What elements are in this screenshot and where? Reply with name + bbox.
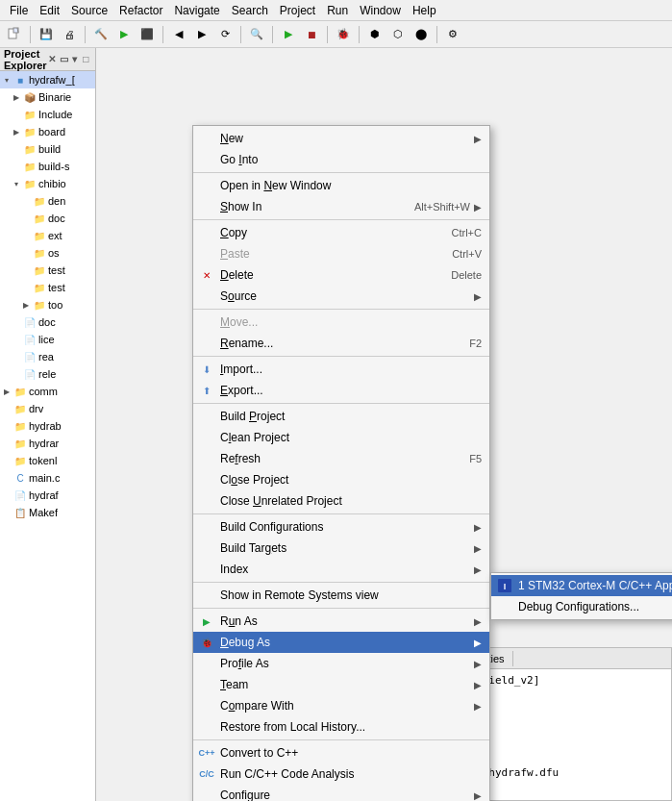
menu-window[interactable]: Window (354, 2, 407, 19)
cm-new[interactable]: New ▶ (193, 128, 489, 149)
cm-move[interactable]: Move... (193, 312, 489, 333)
tree-item-os[interactable]: ▶ 📁 os (0, 244, 95, 262)
cm-source-label: Source (220, 289, 470, 303)
tree-item-test1[interactable]: ▶ 📁 test (0, 262, 95, 279)
tree-item-den[interactable]: ▶ 📁 den (0, 192, 95, 210)
menu-search[interactable]: Search (226, 2, 274, 19)
toolbar-misc1[interactable]: ⬢ (364, 24, 386, 45)
cm-build-targets[interactable]: Build Targets ▶ (193, 538, 489, 559)
toolbar-misc3[interactable]: ⬤ (411, 24, 432, 45)
cm-close-project[interactable]: Close Project (193, 469, 489, 490)
tree-item-rea[interactable]: ▶ 📄 rea (0, 348, 95, 365)
tree-item-too[interactable]: ▶ 📁 too (0, 296, 95, 313)
tree-item-comm[interactable]: ▶ 📁 comm (0, 383, 95, 400)
cm-configure-arrow: ▶ (474, 790, 482, 801)
toolbar-print[interactable]: 🖨 (59, 24, 80, 45)
tree-item-builds[interactable]: ▶ 📁 build-s (0, 158, 95, 175)
tree-item-hydrar[interactable]: ▶ 📁 hydrar (0, 435, 95, 452)
toolbar-save[interactable]: 💾 (36, 24, 57, 45)
toolbar-debug[interactable]: 🐞 (333, 24, 354, 45)
tree-item-doc[interactable]: ▶ 📁 doc (0, 210, 95, 227)
tree-item-hydraf[interactable]: ▶ 📄 hydraf (0, 487, 95, 504)
tree-item-chibio[interactable]: ▾ 📁 chibio (0, 175, 95, 192)
tree-item-includes[interactable]: ▶ 📁 Include (0, 106, 95, 123)
tree-item-drv[interactable]: ▶ 📁 drv (0, 400, 95, 417)
tree-item-main[interactable]: ▶ C main.c (0, 469, 95, 487)
menu-source[interactable]: Source (65, 2, 113, 19)
toolbar-debug-run[interactable]: ▶ (278, 24, 299, 45)
toolbar-forward[interactable]: ▶ (191, 24, 212, 45)
cm-close-unrelated[interactable]: Close Unrelated Project (193, 490, 489, 512)
folder-icon: 📁 (33, 246, 46, 260)
pe-menu-btn[interactable]: ▾ (69, 52, 81, 67)
tree-item-makef[interactable]: ▶ 📋 Makef (0, 504, 95, 521)
cm-sep-3 (193, 309, 489, 310)
tree-item-test2[interactable]: ▶ 📁 test (0, 279, 95, 296)
cm-copy-label: Copy (220, 226, 433, 239)
cm-rename[interactable]: Rename... F2 (193, 333, 489, 354)
pe-close-btn[interactable]: ✕ (47, 52, 59, 67)
tree-item-board[interactable]: ▶ 📁 board (0, 123, 95, 140)
cm-build-project[interactable]: Build Project (193, 406, 489, 427)
cm-clean-project[interactable]: Clean Project (193, 427, 489, 448)
cm-buildconfigs-label: Build Configurations (220, 520, 470, 534)
menu-refactor[interactable]: Refactor (113, 2, 168, 19)
cm-run-as[interactable]: ▶ Run As ▶ (193, 611, 489, 632)
cm-copy[interactable]: Copy Ctrl+C (193, 222, 489, 243)
cm-team[interactable]: Team ▶ (193, 674, 489, 695)
menu-project[interactable]: Project (274, 2, 321, 19)
cm-compare-with[interactable]: Compare With ▶ (193, 695, 489, 716)
toolbar-run[interactable]: ▶ (113, 24, 135, 45)
toolbar-sep-8 (436, 26, 437, 43)
toolbar-build[interactable]: 🔨 (90, 24, 112, 45)
cm-show-remote[interactable]: Show in Remote Systems view (193, 585, 489, 606)
toolbar-new[interactable] (4, 24, 25, 45)
cm-configure[interactable]: Configure ▶ (193, 785, 489, 801)
cm-restore-history[interactable]: Restore from Local History... (193, 716, 489, 738)
pe-maximize-btn[interactable]: □ (80, 52, 91, 67)
tree-item-tokenl[interactable]: ▶ 📁 tokenl (0, 452, 95, 469)
tree-item-doc-file[interactable]: ▶ 📄 doc (0, 313, 95, 331)
menu-help[interactable]: Help (407, 2, 442, 19)
tree-item-ext[interactable]: ▶ 📁 ext (0, 227, 95, 244)
tree-item-rele[interactable]: ▶ 📄 rele (0, 365, 95, 383)
cm-debug-as[interactable]: 🐞 Debug As ▶ (193, 632, 489, 653)
cm-profile-as[interactable]: Profile As ▶ (193, 653, 489, 674)
sm-stm32-label: 1 STM32 Cortex-M C/C++ Application (518, 579, 672, 592)
tree-item-hydrafw[interactable]: ▾ ■ hydrafw_[ (0, 71, 95, 88)
sm-debug-configs[interactable]: Debug Configurations... (491, 596, 672, 617)
toolbar-search[interactable]: 🔍 (246, 24, 267, 45)
cm-refresh[interactable]: Refresh F5 (193, 448, 489, 469)
sm-stm32[interactable]: I 1 STM32 Cortex-M C/C++ Application (491, 575, 672, 596)
cm-open-window[interactable]: Open in New Window (193, 175, 489, 196)
menu-run[interactable]: Run (321, 2, 354, 19)
tree-arrow: ▾ (12, 179, 21, 188)
cm-refresh-label: Refresh (220, 452, 450, 465)
cm-delete[interactable]: ✕ Delete Delete (193, 264, 489, 286)
menu-edit[interactable]: Edit (34, 2, 65, 19)
toolbar-back[interactable]: ◀ (168, 24, 189, 45)
pe-minimize-btn[interactable]: ▭ (58, 52, 69, 67)
cm-index[interactable]: Index ▶ (193, 559, 489, 580)
menu-navigate[interactable]: Navigate (168, 2, 225, 19)
cm-paste[interactable]: Paste Ctrl+V (193, 243, 489, 264)
cm-run-analysis[interactable]: C/C Run C/C++ Code Analysis (193, 763, 489, 785)
cm-build-configs[interactable]: Build Configurations ▶ (193, 516, 489, 538)
cm-convert-cpp[interactable]: C++ Convert to C++ (193, 742, 489, 763)
toolbar-stop[interactable]: ⬛ (137, 24, 158, 45)
toolbar-misc2[interactable]: ⬡ (387, 24, 409, 45)
cm-go-into[interactable]: Go Into (193, 149, 489, 170)
cm-show-in[interactable]: Show In Alt+Shift+W ▶ (193, 196, 489, 217)
cm-export[interactable]: ⬆ Export... (193, 380, 489, 401)
cm-sep-7 (193, 582, 489, 583)
tree-item-hydrab[interactable]: ▶ 📁 hydrab (0, 417, 95, 435)
toolbar-refresh[interactable]: ⟳ (214, 24, 236, 45)
toolbar-settings[interactable]: ⚙ (442, 24, 463, 45)
toolbar-debug-stop[interactable]: ⏹ (301, 24, 322, 45)
tree-item-binaries[interactable]: ▶ 📦 Binarie (0, 88, 95, 106)
cm-source[interactable]: Source ▶ (193, 286, 489, 307)
cm-import[interactable]: ⬇ Import... (193, 359, 489, 380)
tree-item-lice[interactable]: ▶ 📄 lice (0, 331, 95, 348)
menu-file[interactable]: File (4, 2, 34, 19)
tree-item-build[interactable]: ▶ 📁 build (0, 140, 95, 158)
